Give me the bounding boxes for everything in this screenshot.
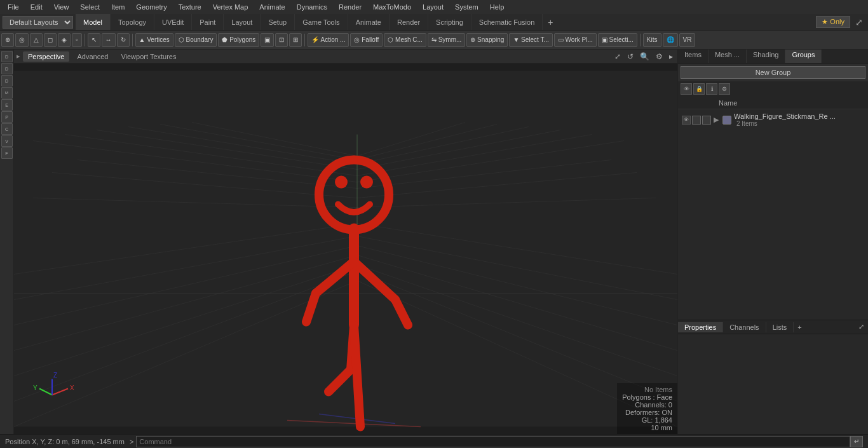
display-mode-btn[interactable]: ▣	[261, 33, 274, 47]
component-mode-btn[interactable]: ◎	[15, 33, 29, 47]
mesh-btn[interactable]: ⬡ Mesh C...	[384, 33, 426, 47]
vertices-btn[interactable]: ▲ Vertices	[135, 33, 173, 47]
menu-select[interactable]: Select	[75, 2, 105, 12]
menu-edit[interactable]: Edit	[25, 2, 48, 12]
command-enter-button[interactable]: ↵	[850, 436, 863, 447]
menu-texture[interactable]: Texture	[173, 2, 207, 12]
menu-vertex-map[interactable]: Vertex Map	[208, 2, 254, 12]
falloff-btn[interactable]: ◎ Falloff	[350, 33, 383, 47]
tab-animate[interactable]: Animate	[348, 14, 390, 30]
group-checkbox-1[interactable]	[692, 116, 701, 125]
viewport-scene: X Y Z	[14, 64, 677, 434]
polygon-mode-btn[interactable]: ◈	[58, 33, 71, 47]
vertex-mode-btn[interactable]: △	[30, 33, 43, 47]
refresh-viewport-icon[interactable]: ↺	[625, 51, 635, 62]
tab-gametools[interactable]: Game Tools	[295, 14, 348, 30]
menu-geometry[interactable]: Geometry	[131, 2, 172, 12]
boundary-btn[interactable]: ⬡ Boundary	[175, 33, 217, 47]
tab-layout[interactable]: Layout	[224, 14, 261, 30]
settings-viewport-icon[interactable]: ⚙	[654, 51, 665, 62]
tab-mesh[interactable]: Mesh ...	[709, 50, 747, 63]
tab-model[interactable]: Model	[76, 14, 111, 30]
tab-groups[interactable]: Groups	[785, 50, 822, 63]
material-mode-btn[interactable]: ◦	[72, 33, 82, 47]
viewport-tab-perspective[interactable]: Perspective	[23, 51, 69, 62]
selection-btn[interactable]: ▣ Selecti...	[598, 33, 637, 47]
layout-dropdown[interactable]: Default Layouts	[3, 16, 73, 29]
global-mode-btn[interactable]: 🌐	[663, 33, 678, 47]
more-viewport-icon[interactable]: ▸	[667, 51, 675, 62]
edge-mode-btn[interactable]: ◻	[44, 33, 57, 47]
expand-lower-panel-button[interactable]: ⤢	[855, 322, 868, 332]
sidebar-btn-f[interactable]: F	[1, 147, 13, 159]
polygons-btn[interactable]: ⬟ Polygons	[218, 33, 259, 47]
tab-uvedit[interactable]: UVEdit	[154, 14, 192, 30]
star-only-button[interactable]: ★ Only	[816, 16, 850, 28]
wireframe-btn[interactable]: ⊡	[275, 33, 288, 47]
menu-system[interactable]: System	[450, 2, 484, 12]
item-mode-btn[interactable]: ⊕	[1, 33, 14, 47]
select-tool-btn[interactable]: ↖	[88, 33, 100, 47]
maximize-viewport-icon[interactable]: ⤢	[613, 51, 623, 62]
svg-line-20	[357, 160, 611, 189]
group-list-item[interactable]: 👁 ▶ Walking_Figure_Stickman_Re ... 2 Ite…	[679, 111, 867, 129]
viewport-toggle[interactable]: ▸	[17, 52, 20, 60]
snapping-btn[interactable]: ⊕ Snapping	[466, 33, 508, 47]
groups-info-btn[interactable]: ℹ	[706, 83, 717, 95]
group-eye-icon[interactable]: 👁	[682, 116, 691, 125]
command-input[interactable]	[136, 436, 850, 447]
groups-settings-btn[interactable]: ⚙	[719, 83, 730, 95]
sidebar-btn-c[interactable]: C	[1, 123, 13, 135]
tab-render[interactable]: Render	[390, 14, 428, 30]
vr-btn[interactable]: VR	[679, 33, 696, 47]
menu-help[interactable]: Help	[485, 2, 510, 12]
tab-items[interactable]: Items	[678, 50, 709, 63]
tab-properties[interactable]: Properties	[678, 322, 723, 332]
group-checkbox-2[interactable]	[702, 116, 711, 125]
menu-maxtomodo[interactable]: MaxToModo	[368, 2, 416, 12]
tab-lists[interactable]: Lists	[766, 322, 794, 332]
select-type-btn[interactable]: ▼ Select T...	[509, 33, 552, 47]
sidebar-btn-1[interactable]: D	[1, 51, 13, 62]
menu-dynamics[interactable]: Dynamics	[292, 2, 332, 12]
viewport[interactable]: X Y Z No Items Polygons : Face Channels:…	[14, 64, 677, 434]
tab-channels[interactable]: Channels	[723, 322, 766, 332]
tab-shading[interactable]: Shading	[747, 50, 785, 63]
viewport-tab-textures[interactable]: Viewport Textures	[116, 51, 181, 62]
action-btn[interactable]: ⚡ Action ...	[308, 33, 349, 47]
viewport-tab-advanced[interactable]: Advanced	[72, 51, 113, 62]
svg-line-32	[357, 123, 465, 156]
sidebar-btn-mesh[interactable]: M	[1, 87, 13, 98]
menu-item[interactable]: Item	[106, 2, 130, 12]
menu-animate[interactable]: Animate	[254, 2, 290, 12]
group-expand-icon[interactable]: ▶	[714, 116, 719, 124]
solid-btn[interactable]: ⊞	[289, 33, 302, 47]
tab-topology[interactable]: Topology	[111, 14, 154, 30]
menu-layout[interactable]: Layout	[417, 2, 449, 12]
sidebar-btn-3[interactable]: D	[1, 75, 13, 86]
search-viewport-icon[interactable]: 🔍	[638, 51, 651, 62]
layout-expand-button[interactable]: ⤢	[850, 16, 868, 29]
tab-scripting[interactable]: Scripting	[428, 14, 471, 30]
symmetry-btn[interactable]: ⇋ Symm...	[428, 33, 465, 47]
menu-view[interactable]: View	[49, 2, 74, 12]
sidebar-btn-v[interactable]: V	[1, 135, 13, 147]
groups-eye-btn[interactable]: 👁	[681, 83, 692, 95]
transform-btn[interactable]: ↔	[102, 33, 116, 47]
tab-schematic[interactable]: Schematic Fusion	[471, 14, 543, 30]
menu-render[interactable]: Render	[334, 2, 367, 12]
add-layout-tab-button[interactable]: +	[543, 15, 558, 29]
new-group-button[interactable]: New Group	[681, 66, 865, 79]
sidebar-btn-e[interactable]: E	[1, 99, 13, 111]
kits-btn[interactable]: Kits	[643, 33, 661, 47]
menu-file[interactable]: File	[3, 2, 24, 12]
sidebar-btn-p[interactable]: P	[1, 111, 13, 123]
sidebar-btn-2[interactable]: D	[1, 63, 13, 74]
rotate-btn[interactable]: ↻	[117, 33, 130, 47]
workplane-btn[interactable]: ▭ Work Pl...	[554, 33, 597, 47]
tab-paint[interactable]: Paint	[192, 14, 224, 30]
add-panel-tab-button[interactable]: +	[794, 322, 805, 332]
tab-setup[interactable]: Setup	[261, 14, 295, 30]
status-channels: Channels: 0	[622, 401, 672, 409]
groups-lock-btn[interactable]: 🔒	[693, 83, 705, 95]
